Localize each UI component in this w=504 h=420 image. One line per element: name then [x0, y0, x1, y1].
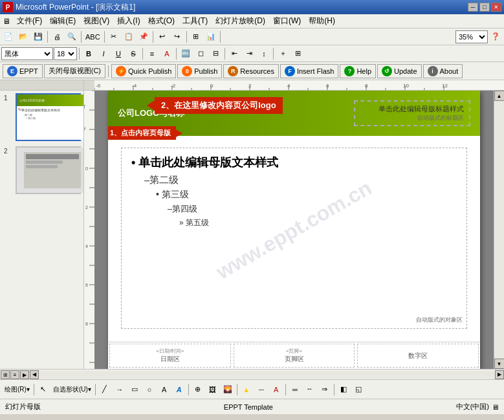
menu-edit[interactable]: 编辑(E) — [46, 14, 80, 28]
font-size-select[interactable]: 18 — [54, 47, 77, 60]
autoshapes-button[interactable]: 自选形状(U)▾ — [51, 382, 93, 397]
copy-button[interactable]: 📋 — [122, 30, 136, 44]
redo-button[interactable]: ↪ — [170, 30, 184, 44]
quick-publish-button[interactable]: ⚡ Quick Publish — [111, 64, 176, 78]
svg-text:-4: -4 — [84, 105, 86, 109]
insert-flash-button[interactable]: F Insert Flash — [280, 64, 338, 78]
scroll-left-button[interactable]: ◀ — [30, 370, 39, 379]
ellipse-button[interactable]: ○ — [142, 382, 157, 397]
clipart-button[interactable]: 🖼 — [206, 382, 220, 397]
font-color-button[interactable]: A — [160, 47, 174, 61]
cut-button[interactable]: ✂ — [107, 30, 121, 44]
line-button[interactable]: ╱ — [98, 382, 112, 397]
rect-button[interactable]: ▭ — [127, 382, 142, 397]
close-button[interactable]: ✕ — [491, 3, 501, 12]
new-slide-button[interactable]: ＋ — [276, 47, 290, 61]
menu-tools[interactable]: 工具(T) — [179, 14, 212, 28]
menu-help[interactable]: 帮助(H) — [305, 14, 339, 28]
zoom-select[interactable]: 35% 50% 75% 100% — [455, 30, 488, 43]
new-button[interactable]: 📄 — [1, 30, 16, 44]
scroll-down-button[interactable]: ▼ — [494, 359, 505, 369]
increase-indent-button[interactable]: ⇥ — [242, 47, 256, 61]
slide-thumb-1[interactable]: 公司LOGO与名称 • 单击此处编辑母版文本样式 –第二级 • 第三级 ← — [16, 93, 81, 141]
dash-style-button[interactable]: ╌ — [303, 382, 317, 397]
menu-window[interactable]: 窗口(W) — [269, 14, 305, 28]
slide-thumb-2[interactable] — [16, 146, 81, 194]
paste-button[interactable]: 📌 — [137, 30, 151, 44]
bullet-4: –第四级 — [168, 203, 457, 215]
resources-button[interactable]: R Resources — [223, 64, 279, 78]
insert-shape-button[interactable]: ◻ — [193, 47, 208, 61]
select-pointer-button[interactable]: ↖ — [36, 382, 50, 397]
normal-view-button[interactable]: ⊞ — [1, 370, 10, 379]
footer-row: «日期/时间» 日期区 «页脚» 页脚区 数字区 — [108, 342, 480, 369]
content-area: • 单击此处编辑母版文本样式 –第二级 • 第三级 –第四级 » 第五级 自动版… — [121, 148, 467, 329]
save-button[interactable]: 💾 — [31, 30, 45, 44]
slide-canvas: 公司LOGO与名称 2、在这里修改内容页公司logo 单击此处编辑母版标题样式 … — [108, 91, 480, 369]
publish-button[interactable]: 0 Publish — [177, 64, 222, 78]
insert-chart-button[interactable]: 📊 — [204, 30, 218, 44]
svg-text:10: 10 — [403, 83, 409, 89]
help-button[interactable]: ? Help — [340, 64, 376, 78]
print-button[interactable]: 🖨 — [50, 30, 64, 44]
status-left: 幻灯片母版 — [5, 402, 41, 412]
menu-insert[interactable]: 插入(I) — [113, 14, 144, 28]
sep11 — [273, 48, 274, 60]
font-color2-button[interactable]: A — [269, 382, 283, 397]
menu-file[interactable]: 文件(F) — [13, 14, 46, 28]
scroll-track-h[interactable] — [39, 371, 495, 379]
eppt-button[interactable]: E EPPT — [3, 64, 43, 78]
align-objects-button[interactable]: ⊟ — [208, 47, 223, 61]
italic-button[interactable]: I — [96, 47, 111, 61]
minimize-button[interactable]: ─ — [468, 3, 478, 12]
insert-picture-button[interactable]: 🌄 — [221, 382, 235, 397]
font-family-select[interactable]: 黑体 — [1, 47, 53, 60]
slide-layout-button[interactable]: ⊞ — [290, 47, 305, 61]
sep13 — [34, 384, 34, 395]
outline-view-button[interactable]: ≡ — [10, 370, 19, 379]
line-style-button[interactable]: ═ — [288, 382, 302, 397]
slideshow-view-button[interactable]: ▶ — [20, 370, 29, 379]
spell-button[interactable]: ABC — [83, 30, 102, 44]
arrow-style-button[interactable]: ⇒ — [318, 382, 332, 397]
diagram-button[interactable]: ⊕ — [191, 382, 205, 397]
slide-num-1: 1 — [4, 94, 8, 102]
line-spacing-button[interactable]: ↕ — [257, 47, 271, 61]
scroll-up-button[interactable]: ▲ — [494, 91, 505, 101]
bullet-5: » 第五级 — [179, 217, 457, 228]
help-icon-button[interactable]: ❓ — [488, 30, 503, 44]
3d-button[interactable]: ◱ — [351, 382, 366, 397]
underline-button[interactable]: U — [111, 47, 126, 61]
menu-format[interactable]: 格式(O) — [144, 14, 179, 28]
about-button[interactable]: i About — [423, 64, 463, 78]
bullet-2: –第二级 — [144, 174, 457, 186]
shadow-button[interactable]: ◧ — [336, 382, 351, 397]
svg-rect-30 — [84, 91, 94, 369]
wordart-button[interactable]: A — [172, 382, 186, 397]
insert-art-button[interactable]: 🔤 — [179, 47, 193, 61]
draw-menu-button[interactable]: 绘图(R)▾ — [3, 382, 32, 397]
menu-view[interactable]: 视图(V) — [80, 14, 113, 28]
bold-button[interactable]: B — [82, 47, 96, 61]
main-area: 1 公司LOGO与名称 • 单击此处编辑母版文本样式 –第二级 • 第三级 — [0, 91, 504, 369]
help-icon: ? — [344, 66, 355, 76]
fill-color-button[interactable]: ▲ — [239, 382, 254, 397]
update-button[interactable]: ↺ Update — [377, 64, 421, 78]
maximize-button[interactable]: □ — [479, 3, 490, 12]
arrow-button[interactable]: → — [113, 382, 127, 397]
line-color-button[interactable]: ─ — [254, 382, 268, 397]
strikethrough-button[interactable]: S — [126, 47, 140, 61]
undo-button[interactable]: ↩ — [155, 30, 170, 44]
insert-table-button[interactable]: ⊞ — [189, 30, 203, 44]
menu-slideshow[interactable]: 幻灯片放映(D) — [212, 14, 269, 28]
file-icon-small: 🖥 — [3, 17, 10, 26]
scroll-track-v[interactable] — [494, 101, 504, 359]
decrease-indent-button[interactable]: ⇤ — [227, 47, 241, 61]
textbox-button[interactable]: A — [157, 382, 171, 397]
open-button[interactable]: 📂 — [16, 30, 30, 44]
scroll-right-button[interactable]: ▶ — [495, 370, 504, 379]
close-masterview-button[interactable]: 关闭母版视图(C) — [44, 64, 105, 78]
align-left-button[interactable]: ≡ — [145, 47, 159, 61]
preview-button[interactable]: 🔍 — [65, 30, 79, 44]
slide-title-placeholder: 单击此处编辑母版标题样式 — [360, 104, 464, 114]
